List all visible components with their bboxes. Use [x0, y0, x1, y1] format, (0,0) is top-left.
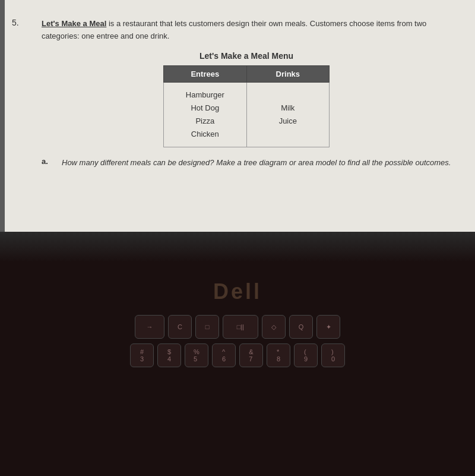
sub-text-a: How many different meals can be designed… — [62, 157, 451, 169]
keyboard-row-2: #3 $4 %5 ^6 &7 *8 (9 )0 — [9, 343, 466, 367]
key-7[interactable]: &7 — [239, 343, 263, 367]
content-area: Let's Make a Meal is a restaurant that l… — [42, 18, 451, 169]
key-0[interactable]: )0 — [321, 343, 345, 367]
menu-table: Entrees Drinks Hamburger Hot Dog Pizza C… — [163, 65, 330, 147]
entree-1: Hamburger — [176, 89, 235, 102]
key-4[interactable]: $4 — [157, 343, 181, 367]
entrees-cell: Hamburger Hot Dog Pizza Chicken — [164, 82, 247, 147]
keyboard-area: Dell → C □ □|| ◇ Q ✦ #3 $4 %5 ^6 &7 *8 (… — [0, 261, 475, 476]
entree-4: Chicken — [176, 128, 235, 141]
col-header-entrees: Entrees — [164, 65, 247, 82]
sub-label-a: a. — [42, 157, 53, 169]
left-bar — [0, 0, 5, 232]
key-square[interactable]: □ — [195, 315, 219, 339]
key-5[interactable]: %5 — [185, 343, 208, 367]
key-diamond[interactable]: ◇ — [262, 315, 286, 339]
key-q[interactable]: Q — [289, 315, 313, 339]
drink-1: Milk — [259, 102, 317, 115]
key-c[interactable]: C — [168, 315, 192, 339]
key-3[interactable]: #3 — [130, 343, 154, 367]
sub-question-a: a. How many different meals can be desig… — [42, 157, 451, 169]
question-text: Let's Make a Meal is a restaurant that l… — [42, 18, 451, 43]
watermark: Dell — [213, 279, 262, 304]
paper-area: 5. Let's Make a Meal is a restaurant tha… — [0, 0, 475, 232]
key-8[interactable]: *8 — [267, 343, 290, 367]
col-header-drinks: Drinks — [246, 65, 329, 82]
keyboard-row-1: → C □ □|| ◇ Q ✦ — [9, 315, 466, 339]
drink-2: Juice — [259, 115, 317, 128]
key-square-lines[interactable]: □|| — [223, 315, 258, 339]
menu-title: Let's Make a Meal Menu — [42, 51, 451, 61]
key-star[interactable]: ✦ — [316, 315, 340, 339]
key-arrow[interactable]: → — [135, 315, 164, 339]
key-6[interactable]: ^6 — [212, 343, 236, 367]
menu-table-wrapper: Entrees Drinks Hamburger Hot Dog Pizza C… — [42, 65, 451, 147]
key-9[interactable]: (9 — [294, 343, 318, 367]
question-number: 5. — [12, 18, 19, 27]
entree-2: Hot Dog — [176, 102, 235, 115]
entree-3: Pizza — [176, 115, 235, 128]
restaurant-name: Let's Make a Meal — [42, 19, 106, 28]
dark-transition — [0, 232, 475, 261]
drinks-cell: Milk Juice — [246, 82, 329, 147]
